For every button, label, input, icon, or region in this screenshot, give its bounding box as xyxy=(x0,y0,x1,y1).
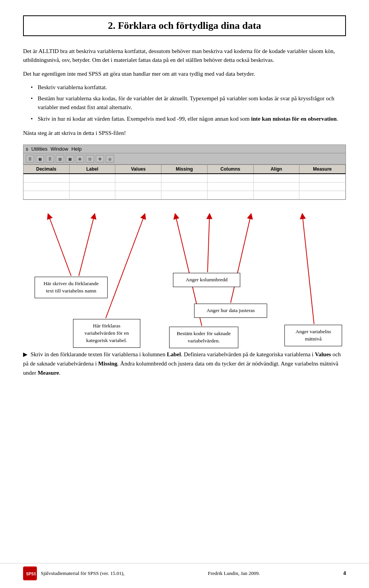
label-kolumnbredd: Anger kolumnbredd xyxy=(173,273,240,287)
next-step-text: Nästa steg är att skriva in detta i SPSS… xyxy=(23,129,346,138)
toolbar-icon-1[interactable]: ☰ xyxy=(26,155,34,163)
label-justeras: Anger hur data justeras xyxy=(194,304,267,318)
svg-line-3 xyxy=(208,216,209,272)
spss-data-rows xyxy=(23,174,346,199)
spss-screenshot: s Utilities Window Help ☰ ▦ ☰ ▤ ▦ ⊞ ⊡ ⚙ … xyxy=(23,145,346,200)
footer-logo: SPSS xyxy=(23,566,37,580)
bullet-item-2: Bestäm hur variablerna ska kodas, för de… xyxy=(31,94,346,112)
footer: SPSS Självstudiematerial för SPSS (ver. … xyxy=(0,563,369,580)
data-cell[interactable] xyxy=(70,174,116,182)
menu-item-utilities[interactable]: Utilities xyxy=(32,146,48,152)
page-number: 4 xyxy=(343,570,346,576)
col-label[interactable]: Label xyxy=(70,164,116,173)
toolbar-icon-6[interactable]: ⊞ xyxy=(76,155,84,163)
svg-line-0 xyxy=(49,216,71,276)
intro-paragraph-2: Det har egentligen inte med SPSS att gör… xyxy=(23,70,346,78)
svg-text:SPSS: SPSS xyxy=(26,572,36,576)
table-row xyxy=(23,183,346,191)
intro-paragraph-1: Det är ALLTID bra att beskriva variabler… xyxy=(23,47,346,65)
menu-item-help[interactable]: Help xyxy=(71,146,82,152)
data-cell[interactable] xyxy=(254,174,300,182)
col-missing[interactable]: Missing xyxy=(161,164,208,173)
toolbar-icon-7[interactable]: ⊡ xyxy=(86,155,94,163)
col-decimals[interactable]: Decimals xyxy=(23,164,70,173)
page-title: 2. Förklara och förtydliga dina data xyxy=(23,15,346,36)
toolbar-icon-8[interactable]: ⚙ xyxy=(96,155,104,163)
bullet-item-3: Skriv in hur ni kodar att värden fattas.… xyxy=(31,115,346,123)
footer-left-text: Självstudiematerial för SPSS (ver. 15.01… xyxy=(41,570,125,576)
table-row xyxy=(23,191,346,199)
svg-line-1 xyxy=(79,216,94,276)
label-bestam: Bestäm koder för saknade variabelvärden. xyxy=(169,327,238,348)
data-cell[interactable] xyxy=(299,174,346,182)
data-cell[interactable] xyxy=(161,174,208,182)
label-forklaras: Här förklaras variabelvärden för en kate… xyxy=(73,319,140,348)
col-measure[interactable]: Measure xyxy=(299,164,346,173)
toolbar-icon-2[interactable]: ▦ xyxy=(36,155,44,163)
table-row xyxy=(23,174,346,183)
svg-line-6 xyxy=(303,216,314,324)
bottom-text: ▶ Skriv in den förklarande texten för va… xyxy=(23,350,346,377)
bullet-item-1: Beskriv variablerna kortfattat. xyxy=(31,83,346,92)
svg-line-5 xyxy=(231,216,251,303)
label-matniva: Anger variabelns mätnivå xyxy=(284,325,342,346)
spss-menubar: s Utilities Window Help xyxy=(23,145,346,153)
toolbar-icon-3[interactable]: ☰ xyxy=(46,155,54,163)
data-cell[interactable] xyxy=(115,174,161,182)
col-align[interactable]: Align xyxy=(254,164,300,173)
data-cell[interactable] xyxy=(23,174,70,182)
diagram-area: Här skriver du förklarande text till var… xyxy=(23,211,346,342)
spss-toolbar: ☰ ▦ ☰ ▤ ▦ ⊞ ⊡ ⚙ ◎ xyxy=(23,153,346,164)
menu-item-window[interactable]: Window xyxy=(50,146,68,152)
spss-column-header: Decimals Label Values Missing Columns Al… xyxy=(23,164,346,174)
svg-line-2 xyxy=(106,216,144,318)
bullet-list: Beskriv variablerna kortfattat. Bestäm h… xyxy=(31,83,346,123)
footer-left: SPSS Självstudiematerial för SPSS (ver. … xyxy=(23,566,125,580)
col-values[interactable]: Values xyxy=(115,164,161,173)
label-hier-text: Här skriver du förklarande text till var… xyxy=(35,277,108,298)
col-columns[interactable]: Columns xyxy=(208,164,254,173)
data-cell[interactable] xyxy=(208,174,254,182)
toolbar-icon-5[interactable]: ▦ xyxy=(66,155,74,163)
toolbar-icon-9[interactable]: ◎ xyxy=(106,155,114,163)
footer-right-text: Fredrik Lundin, Jan 2009. xyxy=(208,570,260,576)
menu-item-s[interactable]: s xyxy=(26,146,28,152)
toolbar-icon-4[interactable]: ▤ xyxy=(56,155,64,163)
